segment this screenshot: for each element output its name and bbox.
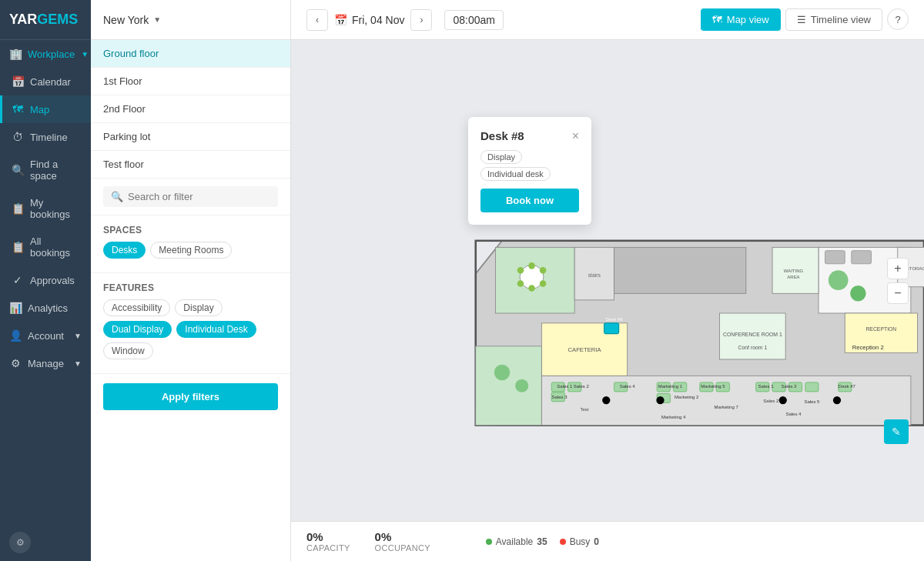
floor-item-test[interactable]: Test floor <box>91 151 290 179</box>
sidebar-item-all-bookings-label: All bookings <box>30 235 82 259</box>
nav-section-account[interactable]: 👤 Account ▼ <box>0 322 91 349</box>
floor-item-parking[interactable]: Parking lot <box>91 123 290 151</box>
bottom-bar: 0% CAPACITY 0% OCCUPANCY Available 35 Bu… <box>291 521 924 561</box>
sidebar-item-manage[interactable]: ⚙ Manage ▼ <box>0 349 91 377</box>
filter-panel: New York ▼ Ground floor 1st Floor 2nd Fl… <box>91 0 291 561</box>
prev-date-button[interactable]: ‹ <box>306 9 328 31</box>
svg-text:Sales 2: Sales 2 <box>763 399 779 403</box>
sidebar-item-calendar[interactable]: 📅 Calendar <box>0 68 91 95</box>
approvals-icon: ✓ <box>12 274 24 286</box>
nav-section-analytics[interactable]: 📊 Analytics <box>0 294 91 322</box>
svg-text:Sales 3: Sales 3 <box>781 384 797 389</box>
svg-point-27 <box>494 365 511 381</box>
nav-section-manage[interactable]: ⚙ Manage ▼ <box>0 349 91 377</box>
tag-individual-desk[interactable]: Individual Desk <box>176 321 256 338</box>
tag-accessibility[interactable]: Accessibility <box>103 299 170 316</box>
svg-rect-52 <box>852 251 872 264</box>
location-selector[interactable]: New York ▼ <box>103 14 278 26</box>
svg-text:Test: Test <box>581 407 589 412</box>
account-chevron-icon: ▼ <box>74 332 82 340</box>
svg-point-49 <box>829 270 849 290</box>
sidebar-item-analytics[interactable]: 📊 Analytics <box>0 294 91 322</box>
apply-filters-button[interactable]: Apply filters <box>103 383 278 410</box>
svg-text:Sales 1: Sales 1 <box>557 384 573 389</box>
svg-text:Sales 4: Sales 4 <box>785 412 802 416</box>
manage-chevron-icon: ▼ <box>74 359 82 368</box>
svg-text:CAFETERIA: CAFETERIA <box>567 346 601 353</box>
tag-display[interactable]: Display <box>175 299 222 316</box>
sidebar-item-manage-label: Manage <box>28 358 64 369</box>
busy-dot <box>560 539 566 545</box>
help-button[interactable]: ? <box>887 8 909 30</box>
view-toggle: 🗺 Map view ☰ Timeline view ? <box>701 8 909 31</box>
busy-label: Busy <box>570 536 591 547</box>
book-now-button[interactable]: Book now <box>480 189 579 212</box>
svg-point-45 <box>602 396 610 404</box>
popup-close-button[interactable]: × <box>572 130 579 142</box>
sidebar-item-calendar-label: Calendar <box>30 76 71 88</box>
svg-text:Sales 4: Sales 4 <box>620 384 636 389</box>
zoom-in-button[interactable]: + <box>887 258 909 279</box>
popup-title: Desk #8 <box>480 129 524 142</box>
sidebar-item-all-bookings[interactable]: 📋 All bookings <box>0 228 91 266</box>
svg-text:Marketing 2: Marketing 2 <box>675 395 699 399</box>
popup-tags: Display Individual desk <box>480 150 579 181</box>
svg-text:RECEPTION: RECEPTION <box>865 326 896 332</box>
sidebar-item-account-label: Account <box>28 330 64 342</box>
find-space-icon: 🔍 <box>12 164 24 176</box>
tag-window[interactable]: Window <box>103 342 153 359</box>
calendar-icon-small: 📅 <box>334 14 347 26</box>
next-date-button[interactable]: › <box>410 9 432 31</box>
settings-icon[interactable]: ⚙ <box>9 532 31 553</box>
sidebar-item-my-bookings[interactable]: 📋 My bookings <box>0 189 91 228</box>
svg-text:Reception 2: Reception 2 <box>852 344 884 351</box>
sidebar-item-workplace[interactable]: 🏢 Workplace ▼ <box>0 40 91 68</box>
sidebar-item-map[interactable]: 🗺 Map <box>0 95 91 123</box>
map-view-button[interactable]: 🗺 Map view <box>701 8 781 31</box>
svg-text:CONFERENCE ROOM 1: CONFERENCE ROOM 1 <box>723 332 782 337</box>
edit-map-button[interactable]: ✎ <box>884 419 909 444</box>
sidebar-item-analytics-label: Analytics <box>28 302 68 314</box>
svg-text:Sales 1: Sales 1 <box>758 384 775 389</box>
zoom-out-button[interactable]: − <box>887 282 909 304</box>
svg-point-28 <box>515 379 528 392</box>
svg-rect-12 <box>614 247 746 293</box>
search-icon: 🔍 <box>111 191 123 202</box>
sidebar-item-approvals[interactable]: ✓ Approvals <box>0 266 91 294</box>
svg-text:Marketing 4: Marketing 4 <box>661 415 686 419</box>
sidebar-item-timeline[interactable]: ⏱ Timeline <box>0 123 91 151</box>
floor-item-first[interactable]: 1st Floor <box>91 68 290 95</box>
occupancy-value: 0% <box>375 530 392 543</box>
tag-dual-display[interactable]: Dual Display <box>103 321 172 338</box>
svg-text:Conf room 1: Conf room 1 <box>738 345 768 350</box>
svg-point-50 <box>850 286 866 302</box>
svg-text:Marketing 7: Marketing 7 <box>714 405 738 409</box>
location-label: New York <box>103 14 149 26</box>
chevron-down-icon: ▼ <box>81 50 89 58</box>
svg-text:Sales 2: Sales 2 <box>574 384 590 389</box>
svg-point-9 <box>540 280 547 287</box>
sidebar-item-account[interactable]: 👤 Account ▼ <box>0 322 91 349</box>
sidebar-item-timeline-label: Timeline <box>30 132 68 143</box>
svg-point-6 <box>540 267 547 274</box>
timeline-view-button[interactable]: ☰ Timeline view <box>785 8 882 31</box>
tag-desks[interactable]: Desks <box>103 242 146 259</box>
svg-text:Marketing 5: Marketing 5 <box>701 384 725 389</box>
nav-section-workplace[interactable]: 🏢 Workplace ▼ <box>0 40 91 68</box>
legend: Available 35 Busy 0 <box>486 536 599 547</box>
search-box[interactable]: 🔍 <box>103 186 278 207</box>
floor-item-second[interactable]: 2nd Floor <box>91 95 290 123</box>
map-area[interactable]: stairs CONFERENCE ROOM 1 WAITING AREA RE… <box>291 40 924 521</box>
desk-popup: Desk #8 × Display Individual desk Book n… <box>468 117 591 225</box>
all-bookings-icon: 📋 <box>12 241 24 253</box>
capacity-stat: 0% CAPACITY <box>306 530 350 553</box>
legend-busy: Busy 0 <box>560 536 599 547</box>
search-input[interactable] <box>128 191 270 202</box>
sidebar-item-find-space[interactable]: 🔍 Find a space <box>0 151 91 189</box>
floor-item-ground[interactable]: Ground floor <box>91 40 290 68</box>
tag-meeting-rooms[interactable]: Meeting Rooms <box>150 242 232 259</box>
date-navigation: ‹ 📅 Fri, 04 Nov › <box>306 9 432 31</box>
time-selector[interactable]: 08:00am <box>444 10 503 30</box>
available-count: 35 <box>537 536 547 547</box>
map-icon: 🗺 <box>12 103 24 115</box>
